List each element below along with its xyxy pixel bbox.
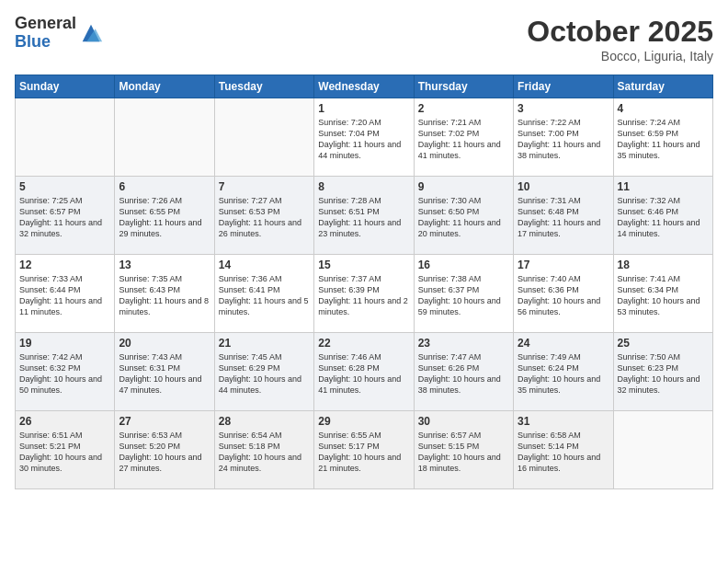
day-info: Sunrise: 7:22 AM Sunset: 7:00 PM Dayligh… <box>518 117 609 162</box>
day-info: Sunrise: 7:32 AM Sunset: 6:46 PM Dayligh… <box>618 195 709 240</box>
location: Bocco, Liguria, Italy <box>527 49 713 63</box>
day-number: 17 <box>518 259 609 271</box>
calendar-cell <box>613 411 712 489</box>
day-number: 10 <box>518 180 609 193</box>
weekday-header-sunday: Sunday <box>16 75 115 98</box>
calendar-cell: 20Sunrise: 7:43 AM Sunset: 6:31 PM Dayli… <box>115 333 214 411</box>
day-info: Sunrise: 6:53 AM Sunset: 5:20 PM Dayligh… <box>119 430 210 475</box>
day-number: 6 <box>119 180 210 193</box>
calendar-cell: 19Sunrise: 7:42 AM Sunset: 6:32 PM Dayli… <box>16 333 115 411</box>
weekday-header-friday: Friday <box>514 75 613 98</box>
calendar-cell: 6Sunrise: 7:26 AM Sunset: 6:55 PM Daylig… <box>115 177 214 255</box>
day-number: 13 <box>119 259 210 271</box>
day-info: Sunrise: 7:47 AM Sunset: 6:26 PM Dayligh… <box>418 351 509 396</box>
day-number: 26 <box>19 415 110 428</box>
day-number: 1 <box>318 102 409 115</box>
calendar-week-row: 26Sunrise: 6:51 AM Sunset: 5:21 PM Dayli… <box>16 411 713 489</box>
calendar-week-row: 1Sunrise: 7:20 AM Sunset: 7:04 PM Daylig… <box>16 98 713 177</box>
calendar-cell: 12Sunrise: 7:33 AM Sunset: 6:44 PM Dayli… <box>16 255 115 333</box>
day-number: 22 <box>318 337 409 350</box>
calendar-cell: 31Sunrise: 6:58 AM Sunset: 5:14 PM Dayli… <box>514 411 613 489</box>
day-info: Sunrise: 7:40 AM Sunset: 6:36 PM Dayligh… <box>518 273 609 318</box>
day-number: 5 <box>19 180 110 193</box>
day-number: 4 <box>618 102 709 115</box>
calendar-week-row: 12Sunrise: 7:33 AM Sunset: 6:44 PM Dayli… <box>16 255 713 333</box>
calendar-cell: 1Sunrise: 7:20 AM Sunset: 7:04 PM Daylig… <box>314 98 414 177</box>
logo: General Blue <box>15 15 104 52</box>
day-info: Sunrise: 7:37 AM Sunset: 6:39 PM Dayligh… <box>318 273 409 318</box>
day-number: 24 <box>518 337 609 350</box>
calendar-cell: 14Sunrise: 7:36 AM Sunset: 6:41 PM Dayli… <box>214 255 313 333</box>
day-info: Sunrise: 7:36 AM Sunset: 6:41 PM Dayligh… <box>219 273 310 318</box>
title-block: October 2025 Bocco, Liguria, Italy <box>527 15 713 63</box>
calendar-cell: 11Sunrise: 7:32 AM Sunset: 6:46 PM Dayli… <box>613 177 712 255</box>
calendar-cell: 5Sunrise: 7:25 AM Sunset: 6:57 PM Daylig… <box>16 177 115 255</box>
calendar-cell: 23Sunrise: 7:47 AM Sunset: 6:26 PM Dayli… <box>414 333 513 411</box>
calendar-week-row: 19Sunrise: 7:42 AM Sunset: 6:32 PM Dayli… <box>16 333 713 411</box>
day-number: 20 <box>119 337 210 350</box>
day-info: Sunrise: 7:43 AM Sunset: 6:31 PM Dayligh… <box>119 351 210 396</box>
day-number: 30 <box>418 415 509 428</box>
day-info: Sunrise: 7:41 AM Sunset: 6:34 PM Dayligh… <box>618 273 709 318</box>
calendar-cell: 8Sunrise: 7:28 AM Sunset: 6:51 PM Daylig… <box>314 177 414 255</box>
calendar-cell: 7Sunrise: 7:27 AM Sunset: 6:53 PM Daylig… <box>214 177 313 255</box>
day-number: 3 <box>518 102 609 115</box>
calendar-cell: 16Sunrise: 7:38 AM Sunset: 6:37 PM Dayli… <box>414 255 513 333</box>
day-info: Sunrise: 7:24 AM Sunset: 6:59 PM Dayligh… <box>618 117 709 162</box>
calendar-cell: 4Sunrise: 7:24 AM Sunset: 6:59 PM Daylig… <box>613 98 712 177</box>
calendar-cell: 10Sunrise: 7:31 AM Sunset: 6:48 PM Dayli… <box>514 177 613 255</box>
day-info: Sunrise: 6:58 AM Sunset: 5:14 PM Dayligh… <box>518 430 609 475</box>
day-info: Sunrise: 7:25 AM Sunset: 6:57 PM Dayligh… <box>19 195 110 240</box>
day-info: Sunrise: 7:45 AM Sunset: 6:29 PM Dayligh… <box>219 351 310 396</box>
weekday-header-thursday: Thursday <box>414 75 513 98</box>
day-number: 18 <box>618 259 709 271</box>
day-number: 25 <box>618 337 709 350</box>
day-number: 19 <box>19 337 110 350</box>
day-info: Sunrise: 6:57 AM Sunset: 5:15 PM Dayligh… <box>418 430 509 475</box>
day-info: Sunrise: 7:27 AM Sunset: 6:53 PM Dayligh… <box>219 195 310 240</box>
day-info: Sunrise: 6:51 AM Sunset: 5:21 PM Dayligh… <box>19 430 110 475</box>
day-number: 31 <box>518 415 609 428</box>
day-info: Sunrise: 7:49 AM Sunset: 6:24 PM Dayligh… <box>518 351 609 396</box>
calendar-cell <box>214 98 313 177</box>
month-title: October 2025 <box>527 15 713 49</box>
calendar-cell: 22Sunrise: 7:46 AM Sunset: 6:28 PM Dayli… <box>314 333 414 411</box>
day-info: Sunrise: 7:35 AM Sunset: 6:43 PM Dayligh… <box>119 273 210 318</box>
calendar-cell: 15Sunrise: 7:37 AM Sunset: 6:39 PM Dayli… <box>314 255 414 333</box>
day-info: Sunrise: 7:42 AM Sunset: 6:32 PM Dayligh… <box>19 351 110 396</box>
calendar-cell: 9Sunrise: 7:30 AM Sunset: 6:50 PM Daylig… <box>414 177 513 255</box>
calendar-cell: 26Sunrise: 6:51 AM Sunset: 5:21 PM Dayli… <box>16 411 115 489</box>
day-number: 11 <box>618 180 709 193</box>
weekday-header-monday: Monday <box>115 75 214 98</box>
day-info: Sunrise: 7:50 AM Sunset: 6:23 PM Dayligh… <box>618 351 709 396</box>
day-number: 28 <box>219 415 310 428</box>
calendar-cell <box>115 98 214 177</box>
day-info: Sunrise: 7:31 AM Sunset: 6:48 PM Dayligh… <box>518 195 609 240</box>
day-number: 16 <box>418 259 509 271</box>
day-info: Sunrise: 7:26 AM Sunset: 6:55 PM Dayligh… <box>119 195 210 240</box>
calendar-cell: 21Sunrise: 7:45 AM Sunset: 6:29 PM Dayli… <box>214 333 313 411</box>
calendar-cell: 27Sunrise: 6:53 AM Sunset: 5:20 PM Dayli… <box>115 411 214 489</box>
day-info: Sunrise: 6:55 AM Sunset: 5:17 PM Dayligh… <box>318 430 409 475</box>
day-info: Sunrise: 7:28 AM Sunset: 6:51 PM Dayligh… <box>318 195 409 240</box>
day-number: 9 <box>418 180 509 193</box>
logo-icon <box>78 20 104 46</box>
day-number: 7 <box>219 180 310 193</box>
calendar-table: SundayMondayTuesdayWednesdayThursdayFrid… <box>15 75 713 489</box>
calendar-cell: 3Sunrise: 7:22 AM Sunset: 7:00 PM Daylig… <box>514 98 613 177</box>
day-number: 14 <box>219 259 310 271</box>
day-number: 2 <box>418 102 509 115</box>
calendar-cell: 2Sunrise: 7:21 AM Sunset: 7:02 PM Daylig… <box>414 98 513 177</box>
calendar-cell: 24Sunrise: 7:49 AM Sunset: 6:24 PM Dayli… <box>514 333 613 411</box>
day-number: 29 <box>318 415 409 428</box>
calendar-cell: 18Sunrise: 7:41 AM Sunset: 6:34 PM Dayli… <box>613 255 712 333</box>
calendar-cell: 13Sunrise: 7:35 AM Sunset: 6:43 PM Dayli… <box>115 255 214 333</box>
day-number: 23 <box>418 337 509 350</box>
weekday-header-saturday: Saturday <box>613 75 712 98</box>
day-info: Sunrise: 7:21 AM Sunset: 7:02 PM Dayligh… <box>418 117 509 162</box>
weekday-header-wednesday: Wednesday <box>314 75 414 98</box>
day-info: Sunrise: 7:30 AM Sunset: 6:50 PM Dayligh… <box>418 195 509 240</box>
page-header: General Blue October 2025 Bocco, Liguria… <box>15 15 713 63</box>
day-number: 12 <box>19 259 110 271</box>
day-info: Sunrise: 6:54 AM Sunset: 5:18 PM Dayligh… <box>219 430 310 475</box>
